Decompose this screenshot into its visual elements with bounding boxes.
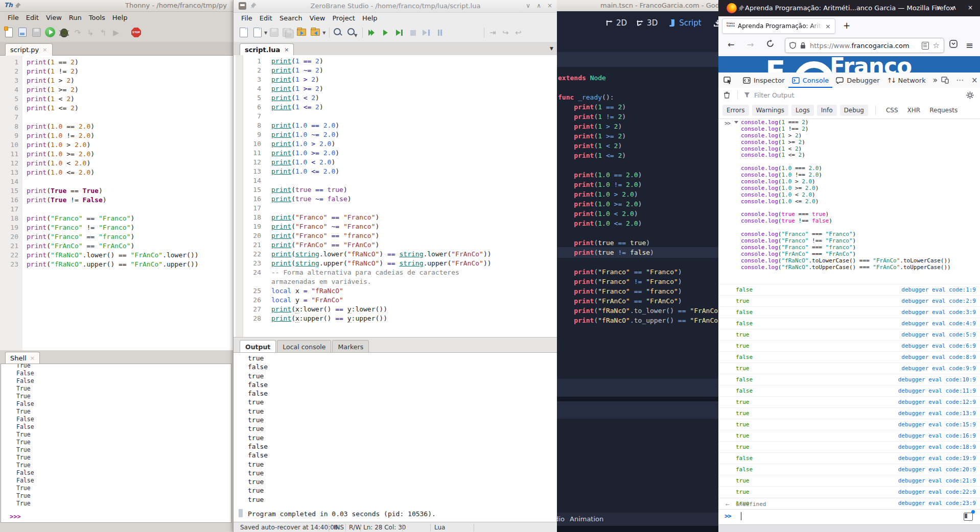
source-link[interactable]: debugger eval code:2:9 — [901, 298, 976, 304]
close-tab-icon[interactable]: × — [825, 22, 831, 30]
pocket-icon[interactable] — [949, 40, 958, 48]
source-link[interactable]: debugger eval code:16:9 — [898, 432, 976, 439]
close-button[interactable]: × — [547, 2, 552, 9]
console-settings-button[interactable] — [966, 91, 980, 99]
console-input-row[interactable]: >> — [718, 509, 980, 525]
more-tabs-button[interactable]: » — [929, 72, 941, 88]
zerobrane-editor[interactable]: 123456789101112131415161718192021222324 … — [234, 55, 557, 337]
close-tab-icon[interactable]: × — [30, 355, 35, 361]
filter-warnings[interactable]: Warnings — [752, 105, 789, 116]
source-link[interactable]: debugger eval code:9:9 — [901, 365, 976, 372]
project-open-button[interactable] — [296, 27, 308, 39]
filter-requests[interactable]: Requests — [926, 105, 961, 116]
responsive-mode-button[interactable] — [941, 77, 949, 84]
project-save-button[interactable] — [310, 27, 322, 39]
reader-view-icon[interactable] — [922, 42, 929, 50]
tab-script-py[interactable]: script.py × — [5, 43, 53, 56]
source-link[interactable]: debugger eval code:22:9 — [898, 489, 976, 495]
filter-output-placeholder[interactable]: Filter Output — [754, 91, 794, 99]
run-fast-button[interactable] — [365, 27, 378, 39]
back-button[interactable]: ← — [728, 40, 734, 50]
tab-output[interactable]: Output — [240, 340, 276, 353]
thonny-shell[interactable]: TrueFalseFalseTrueTrueFalseTrueFalseFals… — [1, 364, 231, 523]
stop-process-button[interactable] — [407, 27, 419, 39]
filter-errors[interactable]: Errors — [722, 105, 749, 116]
menu-item[interactable]: Project — [329, 14, 358, 22]
filter-info[interactable]: Info — [817, 105, 837, 116]
menu-item[interactable]: Edit — [22, 13, 42, 22]
source-link[interactable]: debugger eval code:5:9 — [901, 331, 976, 338]
gdscript-code[interactable]: extends Node func _ready(): print(1 == 2… — [557, 67, 718, 385]
run-button[interactable] — [44, 27, 57, 39]
source-link[interactable]: debugger eval code:4:9 — [901, 320, 976, 327]
thonny-editor[interactable]: 1234567891011121314151617181920212223 pr… — [0, 56, 233, 350]
tab-network[interactable]: ↑↓ Network — [883, 72, 929, 88]
step-into-button[interactable]: ⇥ — [487, 27, 498, 39]
url-bar[interactable]: https://www.francogarcia.com ☆ — [785, 38, 944, 53]
menu-item[interactable]: File — [238, 14, 256, 22]
workspace-3d-button[interactable]: 3D — [636, 18, 658, 28]
menu-item[interactable]: Search — [276, 14, 306, 22]
menu-item[interactable]: Help — [359, 14, 381, 22]
break-button[interactable] — [434, 27, 447, 39]
tab-markers[interactable]: Markers — [332, 340, 369, 353]
tab-inspector[interactable]: Inspector — [739, 72, 788, 88]
menu-item[interactable]: Help — [109, 13, 131, 22]
project-dropdown-icon[interactable]: ▼ — [322, 31, 325, 35]
filter-xhr[interactable]: XHR — [904, 105, 924, 116]
audio-button[interactable]: Audio — [557, 515, 565, 523]
menu-item[interactable]: Run — [65, 13, 85, 22]
zerobrane-output[interactable]: truefalsetruefalsefalsetruetruetruetruet… — [234, 352, 557, 522]
firefox-titlebar[interactable]: Aprenda Programação: Aritméti...anco Gar… — [718, 0, 980, 16]
devtools-menu-button[interactable]: ⋯ — [956, 76, 964, 85]
source-link[interactable]: debugger eval code:12:9 — [898, 399, 976, 405]
find-replace-button[interactable]: ▼ — [346, 27, 358, 39]
new-file-button[interactable] — [3, 27, 15, 39]
resume-button[interactable]: ▶ — [110, 27, 122, 39]
workspace-2d-button[interactable]: 2D — [605, 18, 627, 28]
animation-button[interactable]: Animation — [570, 515, 603, 523]
save-button[interactable] — [268, 27, 281, 39]
step-out-button[interactable]: ↩ — [512, 27, 524, 39]
bookmark-star-icon[interactable]: ☆ — [933, 41, 940, 50]
close-button[interactable]: × — [968, 4, 973, 11]
source-link[interactable]: debugger eval code:1:9 — [901, 286, 976, 293]
source-link[interactable]: debugger eval code:10:9 — [898, 376, 976, 383]
source-link[interactable]: debugger eval code:8:9 — [901, 354, 976, 360]
filter-logs[interactable]: Logs — [791, 105, 814, 116]
godot-titlebar[interactable]: main.tscn - FrancoGarcia.com - Godot — [557, 0, 718, 12]
maximize-button[interactable]: ∧ — [536, 2, 541, 9]
stop-button[interactable]: STOP — [130, 27, 143, 39]
open-file-button[interactable] — [17, 27, 29, 39]
source-link[interactable]: debugger eval code:18:9 — [898, 444, 976, 450]
clear-console-button[interactable] — [718, 91, 735, 99]
run-to-cursor-button[interactable] — [393, 27, 405, 39]
source-link[interactable]: debugger eval code:11:9 — [898, 388, 976, 394]
save-button[interactable] — [31, 27, 43, 39]
step-out-button[interactable]: ↰ — [98, 27, 109, 39]
tab-list-dropdown-icon[interactable]: ▼ — [550, 46, 553, 51]
tab-debugger[interactable]: Debugger — [832, 72, 883, 88]
tab-script-lua[interactable]: script.lua × — [240, 43, 294, 56]
source-link[interactable]: debugger eval code:15:9 — [898, 421, 976, 428]
tab-shell[interactable]: Shell × — [5, 352, 40, 364]
save-all-button[interactable] — [282, 27, 294, 39]
menu-item[interactable]: Tools — [85, 13, 109, 22]
browser-tab[interactable]: Franco Garcia Aprenda Programação: Aritm… — [722, 18, 835, 34]
find-button[interactable] — [332, 27, 344, 39]
source-link[interactable]: debugger eval code:21:9 — [898, 477, 976, 484]
menu-item[interactable]: View — [42, 13, 65, 22]
zerobrane-titlebar[interactable]: ZeroBrane Studio - /home/franco/tmp/lua/… — [234, 0, 557, 13]
new-file-button[interactable] — [238, 27, 250, 39]
debug-button[interactable] — [58, 27, 71, 39]
minimize-button[interactable]: ∨ — [526, 2, 530, 9]
step-over-button[interactable]: ↷ — [72, 27, 83, 39]
maximize-button[interactable]: ∧ — [952, 4, 956, 11]
source-link[interactable]: debugger eval code:13:9 — [898, 410, 976, 417]
filter-debug[interactable]: Debug — [840, 105, 868, 116]
close-tab-icon[interactable]: × — [42, 46, 47, 53]
menu-icon[interactable]: ≡ — [966, 40, 973, 51]
open-dropdown-icon[interactable]: ▼ — [264, 31, 267, 35]
filter-css[interactable]: CSS — [883, 105, 901, 116]
step-into-button[interactable]: ↳ — [85, 27, 96, 39]
